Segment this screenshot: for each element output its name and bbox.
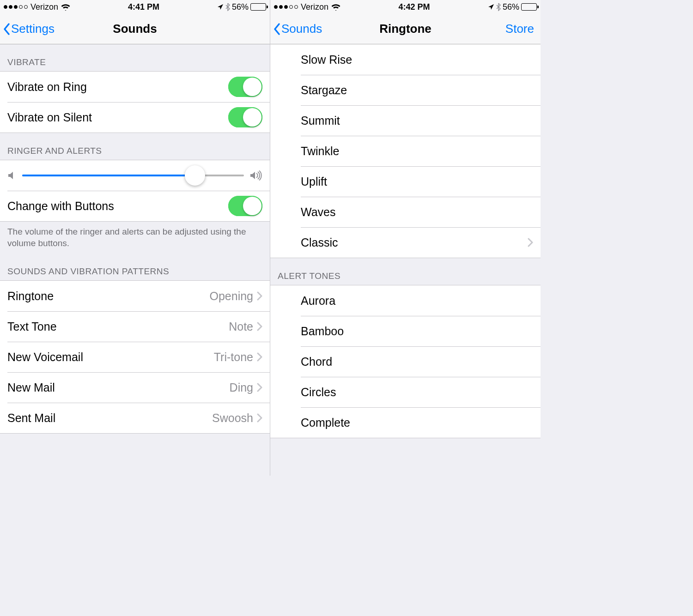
status-bar: Verizon 4:42 PM 56% bbox=[270, 0, 541, 14]
clock-label: 4:41 PM bbox=[128, 2, 159, 12]
list-item[interactable]: Aurora bbox=[270, 285, 541, 316]
location-icon bbox=[488, 4, 494, 10]
bluetooth-icon bbox=[225, 3, 230, 11]
status-bar: Verizon 4:41 PM 56% bbox=[0, 0, 270, 14]
section-header-ringer: RINGER AND ALERTS bbox=[0, 133, 270, 160]
row-ringtone[interactable]: Ringtone Opening bbox=[0, 281, 270, 311]
row-label: Vibrate on Silent bbox=[7, 111, 228, 124]
chevron-right-icon bbox=[257, 383, 262, 392]
volume-high-icon bbox=[249, 170, 262, 181]
row-label: Uplift bbox=[301, 175, 533, 188]
toggle-vibrate-silent[interactable] bbox=[228, 107, 262, 127]
chevron-right-icon bbox=[528, 238, 533, 247]
row-value: Swoosh bbox=[212, 411, 253, 425]
row-change-with-buttons[interactable]: Change with Buttons bbox=[0, 191, 270, 221]
chevron-right-icon bbox=[257, 352, 262, 362]
carrier-label: Verizon bbox=[301, 2, 328, 12]
row-label: Classic bbox=[301, 236, 528, 249]
toggle-vibrate-ring[interactable] bbox=[228, 77, 262, 97]
battery-percent-label: 56% bbox=[232, 2, 249, 12]
navbar: Sounds Ringtone Store bbox=[270, 14, 541, 44]
row-label: Chord bbox=[301, 355, 533, 368]
row-value: Tri-tone bbox=[214, 350, 253, 364]
list-item[interactable]: Slow Rise bbox=[270, 44, 541, 75]
navbar: Settings Sounds bbox=[0, 14, 270, 44]
row-label: Waves bbox=[301, 205, 533, 219]
section-header-patterns: SOUNDS AND VIBRATION PATTERNS bbox=[0, 254, 270, 280]
list-item[interactable]: Circles bbox=[270, 377, 541, 407]
list-item[interactable]: Bamboo bbox=[270, 316, 541, 346]
toggle-change-with-buttons[interactable] bbox=[228, 196, 262, 216]
row-label: Circles bbox=[301, 386, 533, 399]
chevron-right-icon bbox=[257, 413, 262, 423]
status-left: Verizon bbox=[4, 2, 70, 12]
row-vibrate-on-ring[interactable]: Vibrate on Ring bbox=[0, 72, 270, 102]
list-alert-tones: Aurora Bamboo Chord Circles Complete bbox=[270, 285, 541, 438]
chevron-left-icon bbox=[273, 23, 281, 36]
signal-strength-icon bbox=[4, 5, 28, 9]
row-label: Change with Buttons bbox=[7, 199, 228, 213]
wifi-icon bbox=[61, 4, 70, 11]
row-vibrate-on-silent[interactable]: Vibrate on Silent bbox=[0, 102, 270, 133]
group-vibrate: Vibrate on Ring Vibrate on Silent bbox=[0, 71, 270, 133]
list-item[interactable]: Stargaze bbox=[270, 75, 541, 105]
list-item[interactable]: Complete bbox=[270, 407, 541, 438]
section-header-vibrate: VIBRATE bbox=[0, 44, 270, 71]
volume-slider[interactable] bbox=[22, 175, 244, 176]
location-icon bbox=[217, 4, 224, 10]
battery-percent-label: 56% bbox=[503, 2, 519, 12]
list-item[interactable]: Chord bbox=[270, 346, 541, 377]
back-label: Sounds bbox=[281, 22, 322, 36]
volume-low-icon bbox=[7, 170, 17, 181]
row-label: Complete bbox=[301, 416, 533, 429]
row-label: Bamboo bbox=[301, 325, 533, 338]
row-sent-mail[interactable]: Sent Mail Swoosh bbox=[0, 403, 270, 433]
section-header-alert-tones: ALERT TONES bbox=[270, 258, 541, 285]
carrier-label: Verizon bbox=[30, 2, 58, 12]
wifi-icon bbox=[331, 4, 340, 11]
bluetooth-icon bbox=[496, 3, 501, 11]
list-item-classic[interactable]: Classic bbox=[270, 227, 541, 258]
row-value: Opening bbox=[209, 290, 253, 303]
battery-icon bbox=[250, 3, 266, 11]
status-right: 56% bbox=[488, 2, 537, 12]
row-new-mail[interactable]: New Mail Ding bbox=[0, 372, 270, 403]
row-volume-slider[interactable] bbox=[0, 160, 270, 191]
status-right: 56% bbox=[217, 2, 266, 12]
list-item[interactable]: Twinkle bbox=[270, 136, 541, 166]
group-ringer: Change with Buttons bbox=[0, 160, 270, 222]
signal-strength-icon bbox=[274, 5, 298, 9]
row-label: Sent Mail bbox=[7, 411, 212, 425]
slider-fill bbox=[22, 175, 195, 176]
back-button[interactable]: Sounds bbox=[273, 14, 322, 44]
back-label: Settings bbox=[11, 22, 55, 36]
list-item[interactable]: Uplift bbox=[270, 166, 541, 197]
group-patterns: Ringtone Opening Text Tone Note New Voic… bbox=[0, 280, 270, 434]
clock-label: 4:42 PM bbox=[398, 2, 430, 12]
list-item[interactable]: Waves bbox=[270, 197, 541, 227]
row-value: Ding bbox=[230, 381, 253, 394]
chevron-right-icon bbox=[257, 322, 262, 331]
row-label: Vibrate on Ring bbox=[7, 80, 228, 94]
status-left: Verizon bbox=[274, 2, 340, 12]
row-label: Text Tone bbox=[7, 320, 229, 333]
store-button[interactable]: Store bbox=[505, 14, 534, 44]
row-label: Stargaze bbox=[301, 84, 533, 97]
row-label: New Mail bbox=[7, 381, 230, 394]
list-ringtones: Slow Rise Stargaze Summit Twinkle Uplift… bbox=[270, 44, 541, 258]
row-label: New Voicemail bbox=[7, 350, 214, 364]
row-label: Summit bbox=[301, 114, 533, 127]
battery-icon bbox=[521, 3, 537, 11]
row-new-voicemail[interactable]: New Voicemail Tri-tone bbox=[0, 342, 270, 372]
screen-ringtone: Verizon 4:42 PM 56% Sounds Ringtone Stor… bbox=[270, 0, 541, 476]
back-button[interactable]: Settings bbox=[3, 14, 55, 44]
list-item[interactable]: Summit bbox=[270, 105, 541, 136]
row-label: Aurora bbox=[301, 294, 533, 308]
row-label: Ringtone bbox=[7, 290, 209, 303]
chevron-right-icon bbox=[257, 291, 262, 301]
slider-thumb[interactable] bbox=[185, 165, 205, 186]
row-label: Slow Rise bbox=[301, 53, 533, 66]
row-label: Twinkle bbox=[301, 145, 533, 158]
page-title: Sounds bbox=[113, 22, 157, 36]
row-text-tone[interactable]: Text Tone Note bbox=[0, 311, 270, 342]
